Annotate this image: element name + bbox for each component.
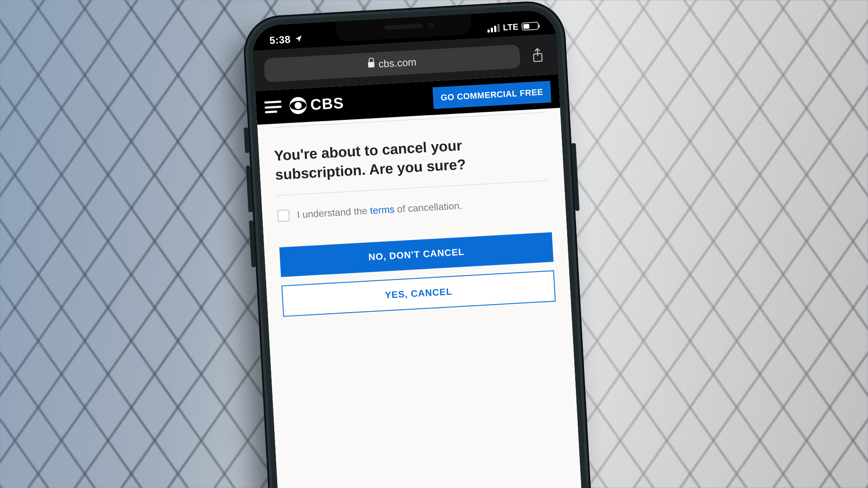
- mute-switch: [244, 128, 249, 153]
- yes-cancel-button[interactable]: YES, CANCEL: [281, 270, 556, 317]
- consent-text: I understand the terms of cancellation.: [297, 200, 462, 221]
- location-icon: [295, 33, 303, 45]
- battery-icon: [521, 22, 539, 30]
- web-page: CBS GO COMMERCIAL FREE You're about to c…: [255, 74, 587, 488]
- share-icon: [531, 47, 545, 63]
- cbs-logo[interactable]: CBS: [289, 94, 344, 115]
- cancel-dialog: You're about to cancel your subscription…: [257, 108, 571, 318]
- menu-button[interactable]: [264, 100, 282, 113]
- consent-suffix: of cancellation.: [394, 200, 462, 215]
- cbs-eye-icon: [289, 96, 307, 115]
- lock-icon: [368, 60, 375, 68]
- share-button[interactable]: [528, 45, 547, 65]
- consent-prefix: I understand the: [297, 205, 370, 220]
- phone-frame: 5:38 LTE cbs.com: [242, 0, 597, 488]
- status-time: 5:38: [269, 33, 291, 47]
- url-text: cbs.com: [378, 56, 417, 70]
- consent-checkbox[interactable]: [277, 209, 290, 222]
- network-label: LTE: [503, 22, 519, 32]
- terms-link[interactable]: terms: [370, 204, 395, 216]
- go-commercial-free-button[interactable]: GO COMMERCIAL FREE: [433, 80, 551, 108]
- cellular-signal-icon: [487, 24, 500, 33]
- address-bar[interactable]: cbs.com: [264, 44, 520, 82]
- phone-screen: 5:38 LTE cbs.com: [252, 9, 587, 488]
- brand-text: CBS: [310, 94, 344, 114]
